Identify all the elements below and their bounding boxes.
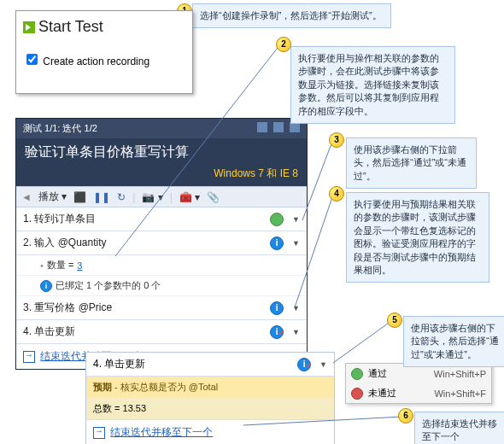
callout-text-3: 使用该步骤右侧的下拉箭头，然后选择“通过”或“未通过”。 bbox=[354, 144, 466, 181]
fail-icon bbox=[351, 388, 363, 400]
step-list: 1. 转到订单条目 ▼ 2. 输入 @Quantity i ▼ • 数量 = 3… bbox=[16, 207, 307, 369]
bug-icon[interactable]: 🧰 ▾ bbox=[179, 191, 200, 203]
refresh-icon[interactable]: ↻ bbox=[117, 191, 126, 203]
next-iteration-icon bbox=[93, 427, 105, 439]
step-dropdown[interactable]: ▼ bbox=[292, 304, 300, 313]
test-iteration-label: 测试 1/1: 迭代 1/2 bbox=[23, 123, 97, 133]
create-recording-label: Create action recording bbox=[43, 56, 149, 67]
step-text: 2. 输入 @Quantity bbox=[23, 236, 265, 250]
callout-box-5: 使用该步骤右侧的下拉箭头，然后选择“通过”或“未通过”。 bbox=[403, 316, 504, 367]
callout-badge-3: 3 bbox=[329, 132, 344, 148]
popout-step-header[interactable]: 4. 单击更新 i✔ ▼ bbox=[86, 353, 334, 377]
step-text: 1. 转到订单条目 bbox=[23, 212, 265, 226]
callout-text-5: 使用该步骤右侧的下拉箭头，然后选择“通过”或“未通过”。 bbox=[411, 323, 499, 359]
active-status-icon: i bbox=[270, 237, 284, 250]
pass-status-icon bbox=[270, 213, 284, 226]
test-step-1[interactable]: 1. 转到订单条目 ▼ bbox=[16, 207, 307, 231]
step-text: 4. 单击更新 bbox=[23, 324, 265, 339]
test-runner-panel: 测试 1/1: 迭代 1/2 验证订单条目价格重写计算 Windows 7 和 … bbox=[15, 118, 308, 370]
callout-text-6: 选择结束迭代并移至下一个 bbox=[422, 418, 497, 441]
panel-titlebar: 测试 1/1: 迭代 1/2 bbox=[16, 119, 307, 138]
callout-box-2: 执行要使用与操作相关联的参数的步骤时，会在此测试步骤中将该参数显示为链接。选择链… bbox=[290, 46, 455, 124]
test-step-3[interactable]: 3. 重写价格 @Price i ▼ bbox=[16, 296, 307, 320]
fail-shortcut: Win+Shift+F bbox=[434, 388, 486, 399]
test-toolbar: ◄ 播放 ▾ ⬛ ❚❚ ↻ | 📷 ▾ | 🧰 ▾ 📎 bbox=[16, 186, 307, 207]
svg-line-4 bbox=[333, 321, 391, 363]
step-binding-row: i 已绑定 1 个参数中的 0 个 bbox=[16, 276, 307, 296]
total-value: 13.53 bbox=[123, 403, 147, 413]
title-icon[interactable] bbox=[273, 122, 284, 132]
step-text: 4. 单击更新 bbox=[93, 357, 292, 371]
start-test-label: Start Test bbox=[38, 18, 103, 35]
total-label: 总数 = bbox=[93, 403, 123, 413]
create-recording-checkbox[interactable]: Create action recording bbox=[23, 51, 185, 67]
step-text: 3. 重写价格 @Price bbox=[23, 301, 265, 315]
start-test-button[interactable]: Start Test bbox=[23, 18, 185, 36]
test-step-2[interactable]: 2. 输入 @Quantity i ▼ bbox=[16, 231, 307, 255]
expected-label: 预期 bbox=[93, 382, 112, 392]
pass-label: 通过 bbox=[368, 367, 387, 380]
pass-icon bbox=[351, 368, 363, 380]
camera-icon[interactable]: 📷 ▾ bbox=[142, 191, 162, 203]
attach-icon[interactable]: 📎 bbox=[207, 191, 220, 203]
callout-text-2: 执行要使用与操作相关联的参数的步骤时，会在此测试步骤中将该参数显示为链接。选择链… bbox=[298, 53, 439, 116]
test-config-subtitle: Windows 7 和 IE 8 bbox=[16, 166, 307, 186]
param-label: 数量 = bbox=[47, 259, 73, 272]
fail-label: 未通过 bbox=[368, 387, 396, 400]
callout-box-4: 执行要使用与预期结果相关联的参数的步骤时，该测试步骤会显示一个带红色复选标记的图… bbox=[346, 192, 489, 283]
expected-result-row: 预期 - 核实总额是否为 @Total bbox=[86, 377, 334, 398]
active-status-icon: i✔ bbox=[270, 325, 284, 339]
callout-box-1: 选择“创建操作录制”，然后选择“开始测试”。 bbox=[192, 3, 391, 28]
pass-shortcut: Win+Shift+P bbox=[434, 369, 486, 379]
expected-value-row: 总数 = 13.53 bbox=[86, 398, 334, 419]
callout-badge-5: 5 bbox=[387, 313, 402, 328]
expected-text: - 核实总额是否为 @Total bbox=[112, 382, 218, 392]
menu-item-fail[interactable]: 未通过 Win+Shift+F bbox=[346, 383, 491, 403]
callout-badge-6: 6 bbox=[398, 408, 413, 424]
callout-text-1: 选择“创建操作录制”，然后选择“开始测试”。 bbox=[200, 10, 382, 20]
step-dropdown[interactable]: ▼ bbox=[319, 360, 327, 369]
start-test-dialog: Start Test Create action recording bbox=[15, 10, 193, 94]
active-status-icon: i✔ bbox=[297, 358, 311, 371]
pause-icon[interactable]: ❚❚ bbox=[93, 191, 110, 203]
toolbar-icon[interactable]: ⬛ bbox=[73, 191, 86, 203]
step-detail-popout: 4. 单击更新 i✔ ▼ 预期 - 核实总额是否为 @Total 总数 = 13… bbox=[85, 352, 335, 444]
test-case-title: 验证订单条目价格重写计算 bbox=[16, 138, 307, 166]
step-param-row: • 数量 = 3 bbox=[16, 255, 307, 276]
next-iteration-icon bbox=[23, 351, 35, 363]
callout-box-6: 选择结束迭代并移至下一个 bbox=[414, 412, 504, 444]
end-iteration-label: 结束迭代并移至下一个 bbox=[110, 426, 213, 438]
play-arrow-icon bbox=[23, 21, 35, 33]
param-link-quantity[interactable]: 3 bbox=[77, 260, 82, 271]
step-dropdown[interactable]: ▼ bbox=[292, 215, 300, 224]
callout-box-3: 使用该步骤右侧的下拉箭头，然后选择“通过”或“未通过”。 bbox=[346, 137, 477, 189]
passfail-menu: 通过 Win+Shift+P 未通过 Win+Shift+F bbox=[345, 363, 492, 404]
title-icon[interactable] bbox=[257, 122, 267, 132]
playback-button[interactable]: 播放 ▾ bbox=[38, 190, 67, 204]
callout-badge-2: 2 bbox=[276, 37, 291, 52]
step-dropdown[interactable]: ▼ bbox=[292, 328, 300, 336]
step-dropdown[interactable]: ▼ bbox=[292, 239, 300, 248]
test-step-4[interactable]: 4. 单击更新 i✔ ▼ bbox=[16, 320, 307, 344]
active-status-icon: i bbox=[270, 301, 284, 315]
info-icon: i bbox=[40, 280, 52, 292]
callout-badge-4: 4 bbox=[329, 186, 344, 202]
binding-text: 已绑定 1 个参数中的 0 个 bbox=[56, 279, 161, 292]
create-recording-input[interactable] bbox=[26, 54, 38, 65]
end-iteration-link[interactable]: 结束迭代并移至下一个 bbox=[86, 419, 334, 444]
callout-text-4: 执行要使用与预期结果相关联的参数的步骤时，该测试步骤会显示一个带红色复选标记的图… bbox=[354, 199, 476, 275]
